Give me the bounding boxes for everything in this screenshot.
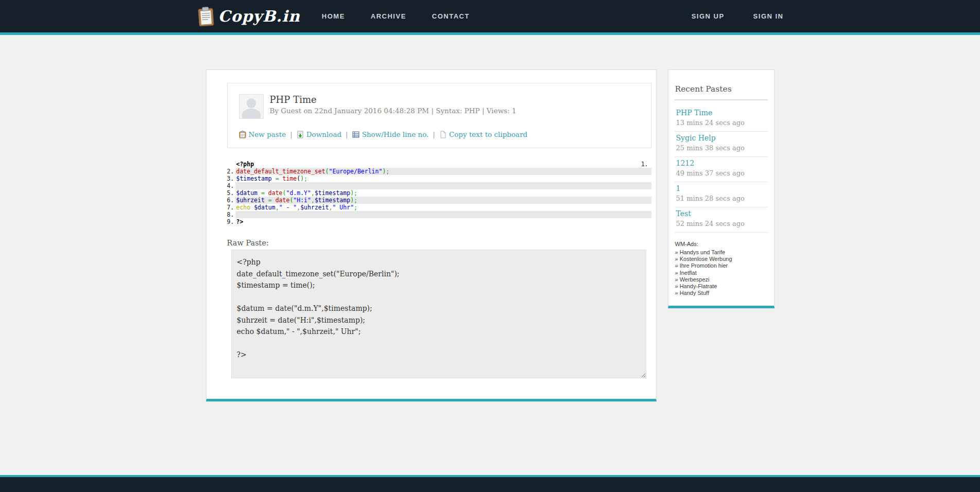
- wm-ad-link[interactable]: » Handy Stuff: [675, 290, 768, 296]
- wm-ad-link[interactable]: » Inetflat: [675, 270, 768, 276]
- action-separator: |: [433, 130, 435, 138]
- main-area: PHP Time By Guest on 22nd January 2016 0…: [0, 35, 980, 439]
- avatar: [239, 94, 264, 119]
- toggle-line-numbers-button[interactable]: Show/Hide line no.: [352, 130, 429, 138]
- site-logo[interactable]: CopyB.in: [197, 6, 300, 27]
- code-text: [235, 211, 651, 218]
- code-line: 2.date_default_timezone_set("Europe/Berl…: [227, 168, 651, 175]
- line-number: 6.: [227, 197, 235, 204]
- recent-paste-link[interactable]: 1212: [676, 159, 768, 168]
- recent-paste-link[interactable]: Sygic Help: [676, 134, 768, 143]
- paste-header-box: PHP Time By Guest on 22nd January 2016 0…: [227, 83, 651, 148]
- sidebar: Recent Pastes PHP Time13 mins 24 secs ag…: [668, 69, 775, 308]
- line-number: 3.: [227, 175, 235, 182]
- paste-meta: By Guest on 22nd January 2016 04:48:28 P…: [270, 107, 517, 115]
- raw-paste-textarea[interactable]: [231, 250, 646, 378]
- new-paste-icon: [239, 131, 246, 138]
- recent-paste-time: 13 mins 24 secs ago: [676, 119, 745, 127]
- brand-name: CopyB.in: [218, 7, 300, 25]
- recent-pastes-list: PHP Time13 mins 24 secs agoSygic Help25 …: [675, 107, 768, 233]
- recent-paste-time: 49 mins 37 secs ago: [676, 169, 745, 177]
- line-number: 2.: [227, 168, 235, 175]
- wm-ad-link[interactable]: » Werbespezi: [675, 276, 768, 283]
- code-line: 4.: [227, 182, 651, 189]
- recent-paste-item: PHP Time13 mins 24 secs ago: [675, 107, 768, 132]
- recent-pastes-heading: Recent Pastes: [675, 84, 768, 94]
- recent-paste-link[interactable]: Test: [676, 209, 768, 218]
- copy-to-clipboard-label: Copy text to clipboard: [449, 130, 527, 138]
- copy-icon: [439, 131, 446, 138]
- nav-home[interactable]: HOME: [322, 12, 345, 20]
- main-nav: HOME ARCHIVE CONTACT: [322, 12, 470, 20]
- site-header: CopyB.in HOME ARCHIVE CONTACT SIGN UP SI…: [0, 0, 980, 35]
- wm-ads-heading: WM-Ads:: [675, 241, 768, 247]
- code-text: $timestamp = time();: [235, 175, 651, 182]
- toggle-line-numbers-label: Show/Hide line no.: [362, 130, 429, 138]
- paste-title: PHP Time: [270, 95, 517, 105]
- code-block: <?php1.2.date_default_timezone_set("Euro…: [227, 161, 651, 225]
- code-text: [235, 182, 651, 189]
- wm-ads-section: WM-Ads: » Handys und Tarife» Kostenlose …: [675, 241, 768, 296]
- recent-paste-link[interactable]: 1: [676, 184, 768, 193]
- site-footer: Useful Links Home Links ZEIT BANNER Copy…: [0, 475, 980, 492]
- download-icon: [297, 131, 304, 138]
- code-line: <?php1.: [227, 161, 651, 168]
- sign-in-link[interactable]: SIGN IN: [753, 12, 784, 20]
- new-paste-button[interactable]: New paste: [239, 130, 286, 138]
- wm-ad-link[interactable]: » Kostenlose Werbung: [675, 256, 768, 262]
- line-number: 5.: [227, 189, 235, 197]
- download-button[interactable]: Download: [297, 130, 341, 138]
- code-text: <?php1.: [235, 161, 651, 168]
- line-number: 7.: [227, 204, 235, 211]
- action-separator: |: [290, 130, 293, 138]
- code-text: ?>: [235, 218, 651, 225]
- code-text: echo $datum," - ",$uhrzeit," Uhr";: [235, 204, 651, 211]
- code-text: date_default_timezone_set("Europe/Berlin…: [235, 168, 651, 175]
- wm-ad-link[interactable]: » Ihre Promotion hier: [675, 262, 768, 269]
- line-number: 4.: [227, 182, 235, 189]
- nav-contact[interactable]: CONTACT: [432, 12, 470, 20]
- line-numbers-icon: [352, 131, 359, 138]
- wm-ad-link[interactable]: » Handy-Flatrate: [675, 283, 768, 290]
- heading-divider: [675, 99, 768, 100]
- code-line: 8.: [227, 211, 651, 218]
- recent-paste-item: 121249 mins 37 secs ago: [675, 157, 768, 182]
- code-line: 7.echo $datum," - ",$uhrzeit," Uhr";: [227, 204, 651, 211]
- code-line: 9.?>: [227, 218, 651, 225]
- code-line: 6.$uhrzeit = date("H:i",$timestamp);: [227, 197, 651, 204]
- paste-card: PHP Time By Guest on 22nd January 2016 0…: [206, 69, 657, 401]
- recent-paste-time: 51 mins 28 secs ago: [676, 195, 745, 202]
- action-separator: |: [346, 130, 348, 138]
- line-number: 9.: [227, 218, 235, 225]
- code-line: 3.$timestamp = time();: [227, 175, 651, 182]
- code-line: 5.$datum = date("d.m.Y",$timestamp);: [227, 189, 651, 197]
- line-number-right: 1.: [641, 161, 648, 168]
- recent-paste-time: 25 mins 38 secs ago: [676, 144, 745, 152]
- paste-actions: New paste | Download |: [239, 130, 651, 138]
- recent-paste-item: 151 mins 28 secs ago: [675, 182, 768, 207]
- wm-ad-link[interactable]: » Handys und Tarife: [675, 249, 768, 256]
- auth-nav: SIGN UP SIGN IN: [692, 0, 784, 32]
- sign-up-link[interactable]: SIGN UP: [692, 12, 725, 20]
- copy-to-clipboard-button[interactable]: Copy text to clipboard: [439, 130, 527, 138]
- download-label: Download: [306, 130, 341, 138]
- recent-paste-item: Sygic Help25 mins 38 secs ago: [675, 132, 768, 157]
- nav-archive[interactable]: ARCHIVE: [371, 12, 406, 20]
- line-number: 8.: [227, 211, 235, 218]
- line-number: [227, 161, 235, 168]
- recent-paste-time: 52 mins 24 secs ago: [676, 220, 745, 227]
- wm-ads-list: » Handys und Tarife» Kostenlose Werbung»…: [675, 249, 768, 296]
- recent-paste-item: Test52 mins 24 secs ago: [675, 207, 768, 233]
- code-text: $uhrzeit = date("H:i",$timestamp);: [235, 197, 651, 204]
- new-paste-label: New paste: [249, 130, 286, 138]
- recent-paste-link[interactable]: PHP Time: [676, 109, 768, 117]
- clipboard-logo-icon: [197, 6, 216, 27]
- code-text: $datum = date("d.m.Y",$timestamp);: [235, 189, 651, 197]
- raw-paste-label: Raw Paste:: [227, 239, 652, 247]
